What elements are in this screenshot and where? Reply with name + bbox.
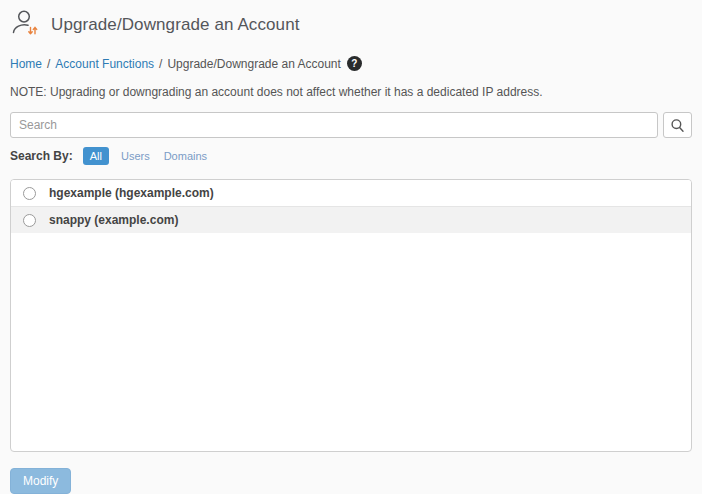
radio-button[interactable] bbox=[23, 214, 36, 227]
account-row-hgexample[interactable]: hgexample (hgexample.com) bbox=[11, 180, 691, 207]
search-row bbox=[10, 112, 692, 138]
account-label: snappy (example.com) bbox=[49, 213, 178, 227]
upgrade-downgrade-page: Upgrade/Downgrade an Account Home / Acco… bbox=[0, 0, 702, 494]
actions-row: Modify bbox=[10, 468, 692, 494]
account-label: hgexample (hgexample.com) bbox=[49, 186, 214, 200]
breadcrumb-link-account-functions[interactable]: Account Functions bbox=[55, 57, 154, 71]
account-row-snappy[interactable]: snappy (example.com) bbox=[11, 207, 691, 233]
breadcrumb: Home / Account Functions / Upgrade/Downg… bbox=[10, 56, 692, 71]
breadcrumb-separator: / bbox=[47, 57, 50, 71]
radio-button[interactable] bbox=[23, 187, 36, 200]
page-title: Upgrade/Downgrade an Account bbox=[51, 15, 300, 35]
search-button[interactable] bbox=[663, 112, 692, 138]
breadcrumb-separator: / bbox=[159, 57, 162, 71]
search-icon bbox=[670, 118, 685, 133]
upgrade-downgrade-account-icon bbox=[10, 8, 40, 42]
filter-users[interactable]: Users bbox=[121, 150, 150, 162]
help-icon[interactable]: ? bbox=[347, 56, 362, 71]
note-text: NOTE: Upgrading or downgrading an accoun… bbox=[10, 85, 692, 99]
modify-button[interactable]: Modify bbox=[10, 468, 71, 494]
search-input[interactable] bbox=[10, 112, 658, 138]
breadcrumb-current-page: Upgrade/Downgrade an Account bbox=[167, 57, 340, 71]
search-by-label: Search By: bbox=[10, 149, 73, 163]
page-header: Upgrade/Downgrade an Account bbox=[10, 8, 692, 42]
search-by-row: Search By: All Users Domains bbox=[10, 147, 692, 165]
breadcrumb-link-home[interactable]: Home bbox=[10, 57, 42, 71]
filter-domains[interactable]: Domains bbox=[164, 150, 207, 162]
filter-all[interactable]: All bbox=[83, 147, 109, 165]
account-list: hgexample (hgexample.com) snappy (exampl… bbox=[10, 179, 692, 452]
